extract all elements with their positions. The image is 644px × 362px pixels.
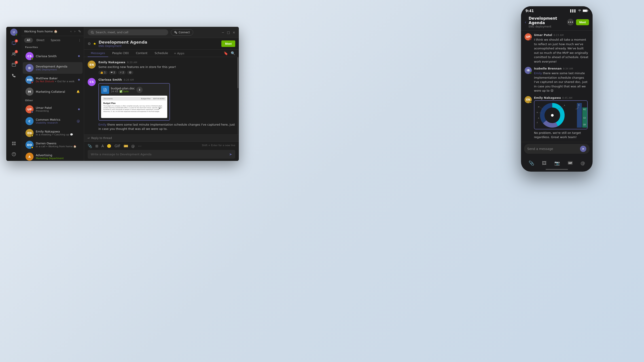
avatar-common: C xyxy=(26,117,34,125)
nav-forward[interactable]: › xyxy=(73,29,76,33)
filter-tab-direct[interactable]: Direct xyxy=(34,38,47,43)
phone-msg-header-1: Umar Patel 8:23 AM xyxy=(534,33,589,37)
more-icon[interactable]: ⋯ xyxy=(138,144,142,148)
reply-thread-button[interactable]: ↩ Reply to thread xyxy=(88,137,235,140)
scrollbar-thumb[interactable] xyxy=(238,57,238,88)
chat-item-advertising[interactable]: A Advertising Marketing Department xyxy=(23,151,82,161)
chat-item-umar[interactable]: UP Umar Patel Presenting xyxy=(23,103,82,115)
giphy-icon[interactable]: GIF xyxy=(114,144,120,148)
msg-avatar-clarissa: CS xyxy=(88,78,96,86)
close-button[interactable]: × xyxy=(232,31,235,34)
channel-sub[interactable]: ENG Deployment xyxy=(98,44,147,48)
add-apps-button[interactable]: + Apps xyxy=(172,50,186,57)
window-controls: − □ × xyxy=(222,31,235,34)
chat-item-clarissa[interactable]: CS Clarissa Smith xyxy=(23,50,82,62)
rail-icon-calls[interactable] xyxy=(9,71,19,80)
phone-gif-icon[interactable]: GIF xyxy=(568,160,573,166)
svg-rect-15 xyxy=(588,10,588,11)
phone-input-field[interactable]: Send a message xyxy=(527,147,578,151)
meet-button[interactable]: Meet xyxy=(222,40,235,47)
rail-icon-help[interactable] xyxy=(9,149,19,159)
chat-item-darren[interactable]: DO Darren Owens In a call • Working from… xyxy=(23,139,82,151)
mention-icon[interactable]: @ xyxy=(131,144,135,148)
phone-input-row[interactable]: Send a message ➤ xyxy=(524,144,590,154)
tab-schedule[interactable]: Schedule xyxy=(152,50,171,57)
phone-home-indicator xyxy=(521,167,592,172)
search-bar[interactable]: Search, meet, and call xyxy=(88,29,168,35)
rail-icon-calendar[interactable]: 1 xyxy=(9,60,19,70)
chat-info-matthew: Matthew Baker Do Not Disturb • Out for a… xyxy=(36,77,76,83)
bookmark-icon[interactable]: 🔖 xyxy=(224,51,228,55)
chat-name-marketing: Marketing Collateral xyxy=(36,90,74,93)
nav-back[interactable]: ‹ xyxy=(69,29,72,33)
svg-text:QR: QR xyxy=(583,124,586,126)
reaction-lightning[interactable]: ⚡ 2 xyxy=(118,71,126,74)
rail-icon-apps[interactable] xyxy=(9,139,19,148)
msg-text-1: Some exciting new features are in store … xyxy=(98,65,235,69)
phone-mention-icon[interactable]: @ xyxy=(580,160,585,166)
reaction-thumbsup[interactable]: 👍 1 xyxy=(98,71,108,74)
phone-msg-3: EN Emily Nakagawa 8:45 AM xyxy=(524,96,589,139)
phone-send-button[interactable]: ➤ xyxy=(580,146,586,152)
svg-rect-14 xyxy=(583,10,587,12)
user-avatar[interactable]: U xyxy=(10,28,18,36)
attach-icon[interactable]: 📎 xyxy=(88,144,92,148)
format-icon[interactable]: ⊞ xyxy=(95,144,98,148)
search-messages-icon[interactable]: 🔍 xyxy=(231,51,235,55)
svg-point-27 xyxy=(551,114,554,117)
phone-channel-name: Development Agenda xyxy=(528,16,565,25)
scrollbar-track[interactable] xyxy=(238,57,238,134)
nav-arrows[interactable]: ‹ › xyxy=(69,29,76,33)
tab-people[interactable]: People (30) xyxy=(109,50,132,57)
svg-rect-12 xyxy=(104,90,106,90)
phone-attach-icon[interactable]: 📎 xyxy=(528,160,534,166)
teams-badge: 1 xyxy=(15,50,18,53)
msg-followup-text: Emily there were some last minute implem… xyxy=(98,122,235,131)
phone-avatar-emily-m: EN xyxy=(524,96,532,103)
svg-text:A: A xyxy=(538,117,539,119)
reaction-smile[interactable]: 😄 xyxy=(127,71,133,74)
chat-item-emily[interactable]: EN Emily Nakagawa In a meeting • Catchin… xyxy=(23,127,82,139)
phone-image-icon[interactable]: 🖼 xyxy=(542,160,546,166)
tab-content[interactable]: Content xyxy=(133,50,151,57)
filter-tab-all[interactable]: All xyxy=(24,38,33,43)
svg-rect-11 xyxy=(104,90,106,90)
filter-icon[interactable]: ⋮ xyxy=(78,38,81,42)
phone-meet-button[interactable]: Meet xyxy=(576,19,589,25)
message-group-1: EN Emily Nakagawa 8:20 AM Some exciting … xyxy=(88,60,235,74)
phone-camera-icon[interactable]: 📷 xyxy=(554,160,560,166)
reaction-heart[interactable]: ❤️ 2 xyxy=(109,71,117,74)
channel-tabs: Messages People (30) Content Schedule + … xyxy=(84,50,239,57)
download-button[interactable]: ⬇ xyxy=(136,87,143,93)
message-input-box[interactable]: Write a message to Development Agenda ➤ xyxy=(88,150,235,159)
text-format-icon[interactable]: A xyxy=(101,144,104,148)
chat-item-common[interactable]: C Common Metrics Usability research @ xyxy=(23,115,82,127)
sidebar-header: Working from home 🏠 ‹ › ✎ xyxy=(22,27,84,36)
msg-sender-1: Emily Nakagawa xyxy=(98,60,125,64)
filter-tab-spaces[interactable]: Spaces xyxy=(48,38,63,43)
status-darren xyxy=(31,146,33,149)
tab-messages[interactable]: Messages xyxy=(88,50,108,57)
phone-back-button[interactable]: ‹ xyxy=(524,19,526,25)
chat-info-marketing: Marketing Collateral xyxy=(36,90,74,93)
new-chat-icon[interactable]: ✎ xyxy=(78,29,81,33)
settings-icon[interactable]: ⚙ xyxy=(88,41,91,46)
phone-status-emily-m xyxy=(530,101,532,103)
chat-info-darren: Darren Owens In a call • Working from ho… xyxy=(36,142,80,148)
connect-button[interactable]: Connect xyxy=(171,29,193,35)
favorite-icon[interactable]: ★ xyxy=(93,41,96,46)
minimize-button[interactable]: − xyxy=(222,31,224,34)
phone-msg-sender-1: Umar Patel xyxy=(534,33,552,37)
maximize-button[interactable]: □ xyxy=(227,31,230,34)
reply-thread-bar[interactable]: ↩ Reply to thread xyxy=(84,134,239,141)
sticker-icon[interactable]: 🎫 xyxy=(124,144,128,148)
phone-more-button[interactable]: ••• xyxy=(567,19,574,25)
emoji-icon[interactable]: 🙂 xyxy=(107,144,111,148)
rail-icon-teams[interactable]: 1 xyxy=(9,49,19,59)
chat-item-dev-agenda[interactable]: D Development Agenda ENG Deployment xyxy=(23,62,82,74)
chat-item-matthew[interactable]: MB Matthew Baker Do Not Disturb • Out fo… xyxy=(23,74,82,86)
rail-icon-chat[interactable]: 4 xyxy=(9,38,19,48)
send-button[interactable]: ➤ xyxy=(229,152,232,156)
chat-item-marketing[interactable]: M Marketing Collateral 🔔 xyxy=(23,86,82,97)
svg-point-8 xyxy=(91,31,93,33)
